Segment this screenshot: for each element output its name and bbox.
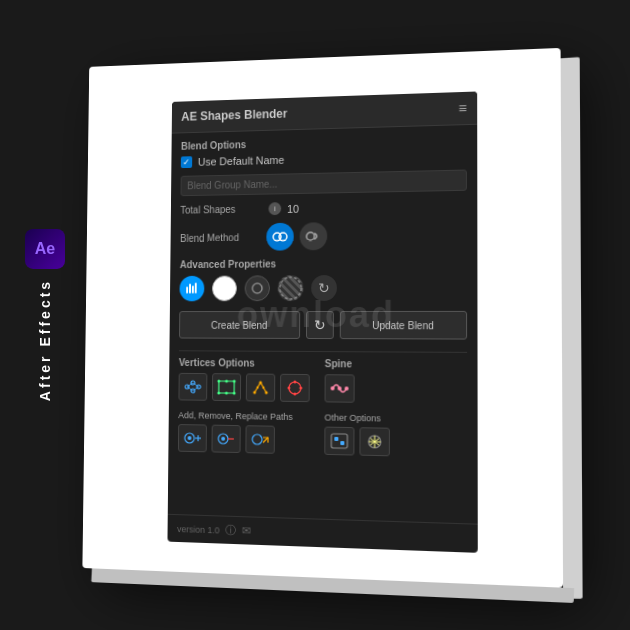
spine-section: Spine [325, 358, 468, 404]
use-default-name-label: Use Default Name [198, 154, 285, 168]
svg-point-44 [252, 434, 262, 444]
card-edge-right [561, 57, 583, 599]
version-text: version 1.0 [177, 524, 219, 535]
add-remove-section: Add, Remove, Replace Paths [178, 406, 315, 454]
replace-path-icon[interactable] [245, 425, 275, 454]
prop-icon-refresh[interactable]: ↻ [311, 275, 337, 301]
blend-icon-active[interactable] [266, 223, 294, 251]
prop-icon-equalizer[interactable] [179, 276, 204, 302]
other-option-icon-1[interactable] [324, 427, 354, 456]
svg-rect-45 [331, 434, 347, 448]
card-white: ownload AE Shapes Blender ≡ Blend Option… [82, 48, 563, 588]
svg-rect-5 [192, 286, 194, 294]
spine-icon[interactable] [325, 374, 355, 403]
svg-point-38 [188, 436, 192, 440]
svg-point-7 [252, 283, 262, 293]
svg-point-2 [306, 232, 314, 240]
vertices-icon-4[interactable] [280, 374, 310, 402]
info-footer-icon[interactable]: ⓘ [225, 523, 236, 538]
vertices-icon-2[interactable] [212, 373, 241, 401]
ae-badge: Ae [25, 229, 65, 269]
blend-group-name-input[interactable]: Blend Group Name... [180, 170, 466, 197]
svg-point-8 [280, 277, 302, 299]
total-shapes-value[interactable]: 10 [287, 202, 299, 214]
prop-icon-dark-circle[interactable] [245, 275, 270, 301]
vertices-section: Vertices Options [178, 357, 314, 402]
use-default-name-row: Use Default Name [181, 149, 467, 168]
refresh-button[interactable]: ↻ [306, 311, 334, 339]
card-wrapper: ownload AE Shapes Blender ≡ Blend Option… [82, 48, 563, 588]
add-path-icon[interactable] [178, 424, 207, 452]
prop-icon-white-dot[interactable] [212, 276, 237, 302]
scene: Ae After Effects ownload AE Shapes Blend… [0, 0, 630, 630]
use-default-name-checkbox[interactable] [181, 156, 192, 168]
vertices-icons [178, 373, 314, 402]
total-shapes-row: Total Shapes i 10 [180, 199, 467, 217]
panel-footer: version 1.0 ⓘ ✉ [167, 514, 477, 553]
svg-point-31 [293, 380, 296, 383]
total-shapes-label: Total Shapes [180, 203, 266, 215]
ae-logo-section: Ae After Effects [25, 229, 65, 401]
prop-icon-striped[interactable] [278, 275, 304, 301]
svg-point-29 [289, 382, 301, 394]
svg-point-32 [299, 386, 302, 389]
blend-icon-inactive[interactable] [300, 222, 328, 250]
svg-point-30 [287, 386, 290, 389]
svg-rect-47 [340, 441, 344, 445]
svg-point-33 [293, 392, 296, 395]
divider-1 [179, 350, 467, 353]
blend-method-icons [266, 222, 327, 250]
svg-point-22 [225, 380, 228, 383]
svg-point-42 [221, 437, 225, 441]
spine-label: Spine [325, 358, 467, 370]
other-option-icon-2[interactable] [359, 427, 389, 456]
total-shapes-info-icon[interactable]: i [268, 202, 281, 215]
svg-point-35 [338, 386, 342, 390]
create-blend-button[interactable]: Create Blend [179, 311, 300, 339]
svg-point-23 [225, 392, 228, 395]
add-remove-label: Add, Remove, Replace Paths [178, 410, 314, 422]
property-icons: ↻ [179, 274, 467, 301]
add-remove-other-row: Add, Remove, Replace Paths [178, 406, 467, 458]
update-blend-button[interactable]: Update Blend [340, 311, 467, 340]
blend-method-row: Blend Method [180, 220, 467, 251]
panel-title: AE Shapes Blender [181, 107, 287, 124]
svg-point-20 [217, 392, 220, 395]
advanced-properties-label: Advanced Properties [180, 257, 467, 270]
ae-side-text: After Effects [37, 279, 53, 401]
svg-point-26 [265, 391, 268, 394]
vertices-spine-row: Vertices Options [178, 357, 467, 404]
panel-content: Blend Options Use Default Name Blend Gro… [168, 125, 477, 473]
other-options-label: Other Options [324, 412, 467, 424]
blend-method-label: Blend Method [180, 231, 266, 243]
svg-point-28 [262, 386, 264, 388]
svg-rect-4 [189, 284, 191, 294]
other-options-section: Other Options [324, 408, 467, 458]
ae-shapes-blender-panel: AE Shapes Blender ≡ Blend Options Use De… [167, 91, 477, 552]
svg-point-19 [233, 380, 236, 383]
svg-rect-6 [195, 283, 197, 294]
email-footer-icon[interactable]: ✉ [242, 524, 251, 537]
svg-rect-17 [219, 381, 235, 393]
other-options-icons [324, 427, 467, 458]
add-remove-icons [178, 424, 315, 455]
panel-menu-icon[interactable]: ≡ [458, 100, 466, 116]
svg-rect-46 [334, 437, 338, 441]
svg-point-18 [217, 380, 220, 383]
vertices-options-label: Vertices Options [179, 357, 315, 369]
svg-rect-3 [186, 287, 188, 294]
svg-point-1 [279, 233, 287, 241]
svg-point-21 [233, 392, 236, 395]
action-buttons: Create Blend ↻ Update Blend [179, 311, 467, 340]
vertices-icon-1[interactable] [178, 373, 207, 401]
blend-options-label: Blend Options [181, 133, 467, 152]
vertices-icon-3[interactable] [246, 373, 275, 401]
remove-path-icon[interactable] [211, 425, 240, 453]
